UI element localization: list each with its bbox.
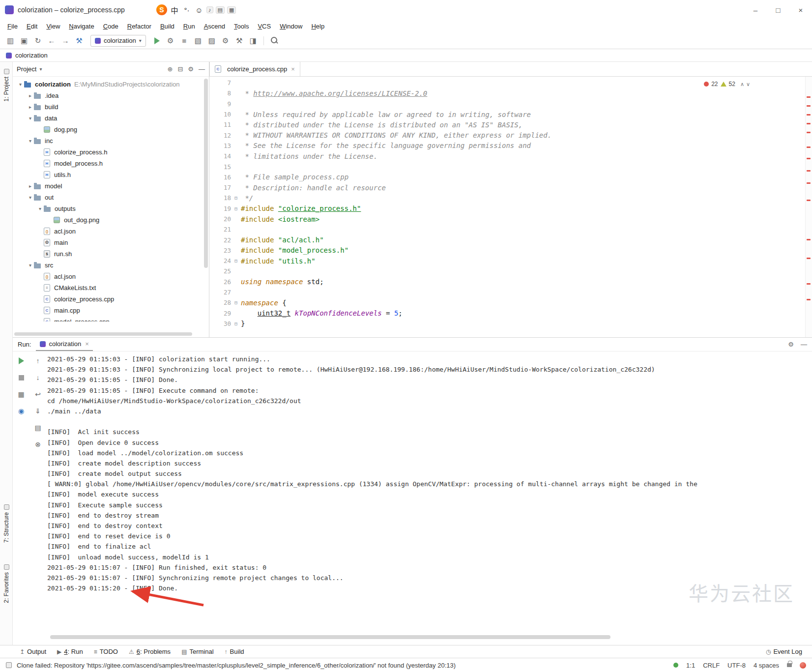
menu-item-window[interactable]: Window: [275, 21, 307, 31]
caret-position[interactable]: 1:1: [686, 662, 695, 669]
menu-item-view[interactable]: View: [42, 21, 64, 31]
tree-item-utils-h[interactable]: utils.h: [13, 169, 209, 180]
tooltab-build[interactable]: ↑Build: [220, 645, 249, 658]
toolbox-icon[interactable]: ▦: [227, 6, 236, 14]
expander-icon[interactable]: ▾: [27, 116, 34, 121]
run-button[interactable]: [154, 37, 160, 44]
console-horizontal-scrollbar[interactable]: [50, 635, 610, 639]
tree-item-inc[interactable]: ▾inc: [13, 135, 209, 146]
deploy-icon[interactable]: ▧: [192, 35, 204, 47]
project-structure-icon[interactable]: ◨: [247, 35, 260, 47]
tree-item-colorize-process-h[interactable]: colorize_process.h: [13, 146, 209, 158]
hide-panel-icon[interactable]: —: [199, 65, 205, 73]
expander-icon[interactable]: ▸: [27, 104, 34, 110]
tree-item-main[interactable]: main: [13, 237, 209, 248]
clear-console-icon[interactable]: ⊗: [32, 439, 43, 450]
tree-item-out-dog-png[interactable]: out_dog.png: [13, 214, 209, 226]
expander-icon[interactable]: ▸: [27, 183, 34, 189]
tooltab-todo[interactable]: ≡TODO: [89, 645, 123, 658]
tooltab-event-log[interactable]: ◷Event Log: [761, 645, 807, 658]
expander-icon[interactable]: ▾: [27, 195, 34, 200]
run-tab[interactable]: colorization ×: [36, 338, 92, 351]
menu-item-ascend[interactable]: Ascend: [200, 21, 230, 31]
inspection-widget[interactable]: 22 52 ∧∨: [702, 80, 753, 88]
tree-item-idea[interactable]: ▸.idea: [13, 90, 209, 101]
pin-tab-icon[interactable]: ◉: [16, 406, 27, 416]
run-config-selector[interactable]: colorization ▾: [90, 35, 146, 47]
project-horizontal-scrollbar[interactable]: [14, 332, 192, 336]
error-stripe[interactable]: [805, 77, 812, 337]
toolwindow-project-button[interactable]: 1: Project: [0, 69, 13, 102]
menu-item-vcs[interactable]: VCS: [253, 21, 275, 31]
tree-item-out[interactable]: ▾out: [13, 192, 209, 203]
keyboard-icon[interactable]: ▤: [216, 6, 225, 14]
stop-icon[interactable]: ■: [178, 35, 191, 47]
menu-item-build[interactable]: Build: [156, 21, 179, 31]
menu-item-code[interactable]: Code: [99, 21, 123, 31]
toolwindow-favorites-button[interactable]: 2: Favorites: [0, 564, 13, 603]
down-stack-icon[interactable]: ↓: [32, 372, 43, 383]
editor-tab[interactable]: colorize_process.cpp ×: [209, 62, 300, 76]
toolwindow-switcher-icon[interactable]: [6, 662, 12, 668]
punctuation-icon[interactable]: °·: [182, 4, 192, 15]
model-converter-icon[interactable]: ⚙: [219, 35, 232, 47]
tree-item-outputs[interactable]: ▾outputs: [13, 203, 209, 214]
fold-icon[interactable]: ⊟: [231, 195, 241, 201]
next-error-icon[interactable]: ∨: [746, 81, 750, 87]
tree-item-model-process-h[interactable]: model_process.h: [13, 158, 209, 169]
restore-layout-icon[interactable]: ▦: [16, 389, 27, 400]
encoding-indicator[interactable]: UTF-8: [727, 662, 746, 669]
hide-panel-icon[interactable]: —: [801, 341, 807, 348]
tooltab-terminal[interactable]: ▤Terminal: [176, 645, 218, 658]
open-project-icon[interactable]: ▥: [4, 35, 17, 47]
indent-indicator[interactable]: 4 spaces: [754, 662, 779, 669]
fold-icon[interactable]: ⊟: [231, 321, 241, 326]
close-icon[interactable]: ×: [85, 340, 89, 348]
menu-item-file[interactable]: File: [3, 21, 22, 31]
toolwindow-structure-button[interactable]: 7: Structure: [0, 504, 13, 543]
tree-item-acl-json[interactable]: acl.json: [13, 226, 209, 237]
menu-item-navigate[interactable]: Navigate: [64, 21, 98, 31]
tree-item-colorization[interactable]: ▾colorizationE:\MyMindStudioProjects\col…: [13, 79, 209, 90]
expander-icon[interactable]: ▾: [36, 206, 44, 211]
tree-item-cmakelists-txt[interactable]: CMakeLists.txt: [13, 282, 209, 293]
chinese-mode-icon[interactable]: 中: [170, 4, 179, 15]
up-stack-icon[interactable]: ↑: [32, 355, 43, 366]
lock-icon[interactable]: [787, 663, 792, 667]
expander-icon[interactable]: ▸: [27, 93, 34, 98]
build-wrench-icon[interactable]: ⚒: [73, 35, 86, 47]
expander-icon[interactable]: ▾: [27, 263, 34, 268]
sync-icon[interactable]: ↻: [31, 35, 44, 47]
tree-item-build[interactable]: ▸build: [13, 101, 209, 113]
close-button[interactable]: ×: [789, 0, 812, 20]
tooltab-output[interactable]: ↥Output: [15, 645, 51, 658]
upload-icon[interactable]: ▨: [205, 35, 218, 47]
print-icon[interactable]: ▤: [32, 422, 43, 433]
line-ending-indicator[interactable]: CRLF: [703, 662, 720, 669]
save-all-icon[interactable]: ▣: [18, 35, 30, 47]
prev-error-icon[interactable]: ∧: [740, 81, 744, 87]
tree-item-colorize-process-cpp[interactable]: colorize_process.cpp: [13, 293, 209, 305]
code-editor[interactable]: 78 * http://www.apache.org/licenses/LICE…: [209, 77, 812, 337]
debug-icon[interactable]: ⚙: [164, 35, 177, 47]
fold-icon[interactable]: ⊟: [231, 206, 241, 211]
close-icon[interactable]: ×: [291, 65, 295, 73]
tree-item-data[interactable]: ▾data: [13, 113, 209, 124]
expander-icon[interactable]: ▾: [27, 138, 34, 144]
tree-item-run-sh[interactable]: run.sh: [13, 248, 209, 260]
tree-item-acl-json[interactable]: acl.json: [13, 271, 209, 282]
stop-button[interactable]: [16, 372, 27, 383]
tree-item-dog-png[interactable]: dog.png: [13, 124, 209, 135]
sogou-input-icon[interactable]: S: [156, 4, 167, 15]
tree-item-main-cpp[interactable]: main.cpp: [13, 305, 209, 316]
rerun-button[interactable]: [16, 355, 27, 366]
voice-input-icon[interactable]: ♪: [206, 6, 213, 13]
forward-icon[interactable]: →: [59, 35, 72, 47]
minimize-button[interactable]: –: [744, 0, 767, 20]
maximize-button[interactable]: □: [767, 0, 789, 20]
tree-item-src[interactable]: ▾src: [13, 260, 209, 271]
tooltab-6-problems[interactable]: ⚠6: Problems: [124, 645, 175, 658]
menu-item-edit[interactable]: Edit: [22, 21, 42, 31]
expander-icon[interactable]: ▾: [17, 82, 24, 87]
notification-icon[interactable]: [800, 662, 806, 669]
